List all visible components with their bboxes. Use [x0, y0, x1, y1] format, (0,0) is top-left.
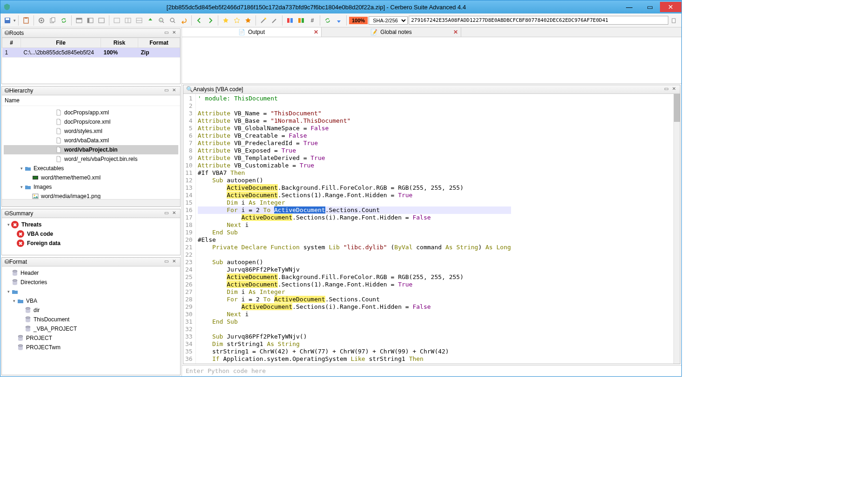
zoom-out-button[interactable]: [168, 15, 178, 26]
summary-tree[interactable]: ▾✖Threats✖VBA code✖Foreign data: [2, 218, 180, 255]
copy-file-button[interactable]: [47, 15, 58, 26]
wand2-button[interactable]: [269, 15, 280, 26]
undo-button[interactable]: [179, 15, 189, 26]
titlebar[interactable]: [2bb855dc5d845eb5f2466d7186f150c172da737…: [0, 0, 681, 13]
col-format[interactable]: Format: [138, 38, 180, 48]
code-editor[interactable]: 1234567891011121314151617181920212223242…: [183, 94, 680, 364]
hash-button[interactable]: #: [307, 15, 317, 26]
back-button[interactable]: [194, 15, 204, 26]
tree-item[interactable]: word/vbaData.xml: [4, 136, 178, 145]
svg-rect-29: [302, 18, 304, 23]
refresh-button[interactable]: [59, 15, 69, 26]
refresh2-button[interactable]: [323, 15, 333, 26]
summary-panel: ⛁ Summary ▭ ✕ ▾✖Threats✖VBA code✖Foreign…: [1, 209, 181, 255]
window2-button[interactable]: [85, 15, 95, 26]
tab-close-icon[interactable]: ✕: [453, 29, 458, 35]
star2-button[interactable]: [232, 15, 242, 26]
python-input[interactable]: Enter Python code here: [182, 365, 681, 376]
tree-item[interactable]: docProps/app.xml: [4, 108, 178, 117]
roots-title: Roots: [9, 30, 161, 36]
window3-button[interactable]: [96, 15, 107, 26]
col-risk[interactable]: Risk: [101, 38, 138, 48]
color1-button[interactable]: [285, 15, 295, 26]
format-item[interactable]: PROJECT: [4, 333, 178, 343]
panel-close-button[interactable]: ✕: [171, 210, 177, 217]
tree-item[interactable]: word/media/image1.png: [4, 192, 178, 199]
clipboard-button[interactable]: [21, 15, 31, 26]
panel-close-button[interactable]: ✕: [171, 259, 177, 265]
panel-close-button[interactable]: ✕: [171, 87, 177, 94]
hierarchy-title: Hierarchy: [9, 87, 161, 94]
roots-table[interactable]: # File Risk Format 1C:\...\2bb855dc5d845…: [2, 38, 180, 58]
hash-value-input[interactable]: [409, 16, 668, 25]
format-item[interactable]: ▾VBA: [4, 296, 178, 306]
wand1-button[interactable]: [258, 15, 269, 26]
threat-item[interactable]: ✖Foreign data: [4, 239, 178, 248]
tree-item[interactable]: ▾Images: [4, 182, 178, 192]
copy-hash-button[interactable]: [669, 15, 680, 26]
hash-algo-select[interactable]: SHA-2/256: [369, 16, 408, 25]
file-icon: [55, 109, 62, 116]
format-item[interactable]: PROJECTwm: [4, 343, 178, 352]
output-area[interactable]: [182, 37, 681, 84]
threat-item[interactable]: ✖VBA code: [4, 229, 178, 239]
tree-item[interactable]: word/_rels/vbaProject.bin.rels: [4, 154, 178, 164]
close-button[interactable]: ✕: [660, 2, 681, 12]
panel-undock-button[interactable]: ▭: [663, 86, 669, 93]
format-item[interactable]: ThisDocument: [4, 315, 178, 324]
save-dropdown-button[interactable]: [2, 15, 13, 26]
panel-undock-button[interactable]: ▭: [163, 87, 169, 94]
panel-close-button[interactable]: ✕: [171, 30, 177, 36]
zoom-badge[interactable]: 100%: [349, 17, 368, 24]
threat-item[interactable]: ▾✖Threats: [4, 220, 178, 229]
star3-button[interactable]: [243, 15, 253, 26]
panel2-button[interactable]: [123, 15, 133, 26]
panel-undock-button[interactable]: ▭: [163, 259, 169, 265]
tab-output[interactable]: 📄 Output ✕: [182, 27, 322, 37]
format-tree[interactable]: HeaderDirectories▾▾VBAdirThisDocument_VB…: [2, 266, 180, 375]
svg-point-21: [170, 18, 174, 22]
up-button[interactable]: [145, 15, 155, 26]
panel-undock-button[interactable]: ▭: [163, 30, 169, 36]
threat-icon: ✖: [11, 221, 19, 228]
format-item[interactable]: dir: [4, 306, 178, 315]
tree-item[interactable]: ▾Executables: [4, 164, 178, 173]
format-item[interactable]: ▾: [4, 287, 178, 296]
star1-button[interactable]: [221, 15, 231, 26]
output-tabs: 📄 Output ✕ 📝 Global notes ✕: [182, 27, 681, 37]
hierarchy-tree[interactable]: docProps/app.xmldocProps/core.xmlword/st…: [2, 106, 180, 199]
hierarchy-scrollbar[interactable]: [2, 199, 180, 206]
zoom-in-button[interactable]: +: [156, 15, 167, 26]
db-icon: [24, 316, 32, 323]
panel-close-button[interactable]: ✕: [671, 86, 677, 93]
forward-button[interactable]: [205, 15, 215, 26]
window1-button[interactable]: [74, 15, 84, 26]
svg-rect-30: [672, 19, 675, 23]
format-item[interactable]: _VBA_PROJECT: [4, 324, 178, 333]
format-item[interactable]: Directories: [4, 278, 178, 287]
hierarchy-name-col[interactable]: Name: [2, 95, 180, 106]
tree-item[interactable]: word/vbaProject.bin: [4, 145, 178, 154]
gear-button[interactable]: [36, 15, 47, 26]
format-item[interactable]: Header: [4, 268, 178, 278]
tree-item[interactable]: docProps/core.xml: [4, 117, 178, 126]
code-scrollbar-v[interactable]: [673, 94, 680, 364]
panel1-button[interactable]: [112, 15, 122, 26]
search-icon: 🔍: [186, 86, 193, 93]
panel3-button[interactable]: [134, 15, 144, 26]
tree-item[interactable]: word/theme/theme0.xml: [4, 173, 178, 182]
maximize-button[interactable]: ▭: [639, 2, 660, 12]
minimize-button[interactable]: —: [619, 2, 639, 12]
main-toolbar: ▾ + # 100% SHA: [0, 13, 681, 27]
format-title: Format: [9, 259, 161, 265]
svg-line-25: [272, 19, 276, 23]
down-button[interactable]: [334, 15, 344, 26]
table-row[interactable]: 1C:\...\2bb855dc5d845eb5f24100%Zip: [2, 48, 180, 58]
tree-item[interactable]: word/styles.xml: [4, 126, 178, 136]
col-file[interactable]: File: [21, 38, 101, 48]
color2-button[interactable]: [296, 15, 306, 26]
panel-undock-button[interactable]: ▭: [163, 210, 169, 217]
tab-global-notes[interactable]: 📝 Global notes ✕: [322, 27, 461, 37]
col-num[interactable]: #: [2, 38, 21, 48]
tab-close-icon[interactable]: ✕: [314, 29, 318, 35]
